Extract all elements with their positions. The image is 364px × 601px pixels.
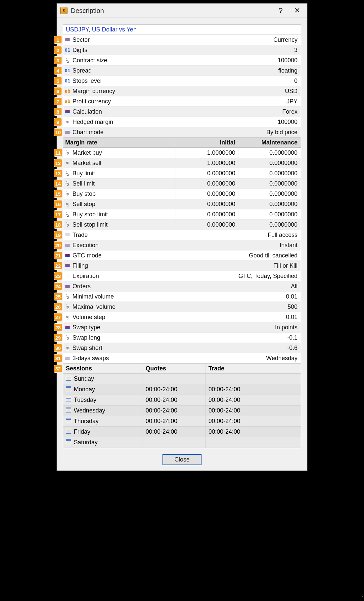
col-quotes: Quotes: [143, 364, 205, 373]
session-day: Friday: [74, 428, 90, 435]
margin-label: Buy stop: [72, 189, 97, 199]
property-value: Wednesday: [265, 354, 301, 363]
row-number-badge: 7: [54, 97, 62, 105]
property-label: Sector: [72, 35, 91, 45]
property-row[interactable]: 201Digits3: [63, 45, 301, 55]
property-row[interactable]: 6abMargin currencyUSD: [63, 86, 301, 96]
session-row[interactable]: Tuesday00:00-24:0000:00-24:00: [63, 395, 301, 406]
margin-row[interactable]: 13½Buy limit0.00000000.0000000: [63, 168, 301, 179]
property-label: Trade: [72, 230, 89, 240]
row-number-badge: 9: [54, 118, 62, 126]
session-day: Saturday: [74, 439, 98, 446]
session-row[interactable]: Sunday: [63, 374, 301, 384]
session-row[interactable]: Saturday: [63, 437, 301, 448]
property-row[interactable]: 23ExpirationGTC, Today, Specified: [63, 271, 301, 281]
fraction-icon: ½: [66, 304, 69, 309]
fraction-icon: ½: [66, 222, 69, 227]
property-row[interactable]: 29½Swap long-0.1: [63, 333, 301, 343]
calendar-icon: [66, 439, 71, 444]
calendar-icon: [66, 376, 71, 381]
property-row[interactable]: 8CalculationForex: [63, 107, 301, 117]
row-number-badge: 6: [54, 87, 62, 95]
col-maintenance: Maintenance: [239, 138, 301, 147]
property-row[interactable]: 19TradeFull access: [63, 230, 301, 240]
margin-initial: 0.0000000: [175, 179, 239, 189]
row-number-badge: 25: [54, 293, 62, 300]
session-row[interactable]: Wednesday00:00-24:0000:00-24:00: [63, 406, 301, 416]
property-row[interactable]: 21GTC modeGood till cancelled: [63, 250, 301, 261]
row-number-badge: 22: [54, 262, 62, 270]
session-trade: 00:00-24:00: [205, 416, 301, 426]
margin-row[interactable]: 17½Buy stop limit0.00000000.0000000: [63, 209, 301, 220]
session-day: Monday: [74, 386, 95, 393]
calendar-icon: [66, 386, 71, 391]
property-row[interactable]: 26½Maximal volume500: [63, 302, 301, 312]
property-row[interactable]: 28Swap typeIn points: [63, 322, 301, 333]
row-number-badge: 4: [54, 67, 62, 75]
enum-icon: [65, 38, 70, 41]
margin-row[interactable]: 18½Sell stop limit0.00000000.0000000: [63, 220, 301, 230]
property-row[interactable]: 30½Swap short-0.6: [63, 343, 301, 353]
property-row[interactable]: 25½Minimal volume0.01: [63, 292, 301, 302]
property-row[interactable]: 20ExecutionInstant: [63, 240, 301, 250]
row-number-badge: 32: [54, 365, 62, 373]
property-row[interactable]: 27½Volume step0.01: [63, 312, 301, 322]
session-row[interactable]: Monday00:00-24:0000:00-24:00: [63, 384, 301, 395]
property-row[interactable]: 501Stops level0: [63, 76, 301, 86]
close-button[interactable]: Close: [162, 454, 202, 465]
margin-row[interactable]: 14½Sell limit0.00000000.0000000: [63, 179, 301, 189]
property-label: Contract size: [72, 56, 109, 65]
row-number-badge: 2: [54, 46, 62, 54]
button-bar: Close: [57, 450, 307, 470]
property-row[interactable]: 22FillingFill or Kill: [63, 261, 301, 271]
property-row[interactable]: 9½Hedged margin100000: [63, 117, 301, 127]
property-row[interactable]: 3½Contract size100000: [63, 55, 301, 66]
fraction-icon: ½: [66, 181, 69, 186]
app-icon: $: [60, 7, 68, 14]
property-row[interactable]: 1SectorCurrency: [63, 35, 301, 45]
row-number-badge: 24: [54, 282, 62, 290]
property-label: Chart mode: [72, 128, 105, 137]
property-value: floating: [277, 66, 301, 76]
property-value: Instant: [278, 241, 301, 250]
enum-icon: [65, 244, 70, 246]
property-label: Hedged margin: [72, 117, 114, 127]
property-row[interactable]: 10Chart modeBy bid price: [63, 127, 301, 137]
row-number-badge: 5: [54, 77, 62, 85]
margin-row[interactable]: 16½Sell stop0.00000000.0000000: [63, 199, 301, 209]
property-row[interactable]: 313-days swapsWednesday: [63, 353, 301, 363]
session-quotes: 00:00-24:00: [143, 406, 205, 416]
row-number-badge: 23: [54, 272, 62, 280]
enum-icon: [65, 326, 70, 329]
col-trade: Trade: [205, 364, 301, 373]
row-number-badge: 19: [54, 231, 62, 239]
property-row[interactable]: 24OrdersAll: [63, 281, 301, 292]
row-number-badge: 28: [54, 323, 62, 331]
property-value: GTC, Today, Specified: [237, 271, 301, 281]
row-number-badge: 26: [54, 303, 62, 311]
margin-row[interactable]: 15½Buy stop0.00000000.0000000: [63, 189, 301, 199]
margin-row[interactable]: 11½Market buy1.00000000.0000000: [63, 148, 301, 158]
margin-maintenance: 0.0000000: [239, 210, 301, 219]
sessions-header: 32 Sessions Quotes Trade: [63, 363, 301, 374]
margin-row[interactable]: 12½Market sell1.00000000.0000000: [63, 158, 301, 168]
margin-maintenance: 0.0000000: [239, 179, 301, 189]
col-sessions: Sessions: [63, 364, 143, 373]
help-button[interactable]: ?: [274, 6, 287, 15]
session-day: Sunday: [74, 375, 94, 382]
close-icon[interactable]: ✕: [291, 6, 304, 15]
property-label: Spread: [72, 66, 93, 76]
session-quotes: 00:00-24:00: [143, 395, 205, 405]
property-label: Margin currency: [72, 86, 116, 96]
property-row[interactable]: 7abProfit currencyJPY: [63, 96, 301, 107]
property-value: 100000: [276, 56, 301, 65]
margin-initial: 1.0000000: [175, 158, 239, 168]
symbol-header: USDJPY, US Dollar vs Yen: [63, 25, 301, 35]
session-row[interactable]: Friday00:00-24:0000:00-24:00: [63, 427, 301, 437]
property-label: Profit currency: [72, 97, 112, 106]
property-row[interactable]: 401Spreadfloating: [63, 66, 301, 76]
fraction-icon: ½: [66, 150, 69, 155]
property-label: Orders: [72, 282, 92, 291]
session-row[interactable]: Thursday00:00-24:0000:00-24:00: [63, 416, 301, 427]
property-label: Expiration: [72, 271, 100, 281]
